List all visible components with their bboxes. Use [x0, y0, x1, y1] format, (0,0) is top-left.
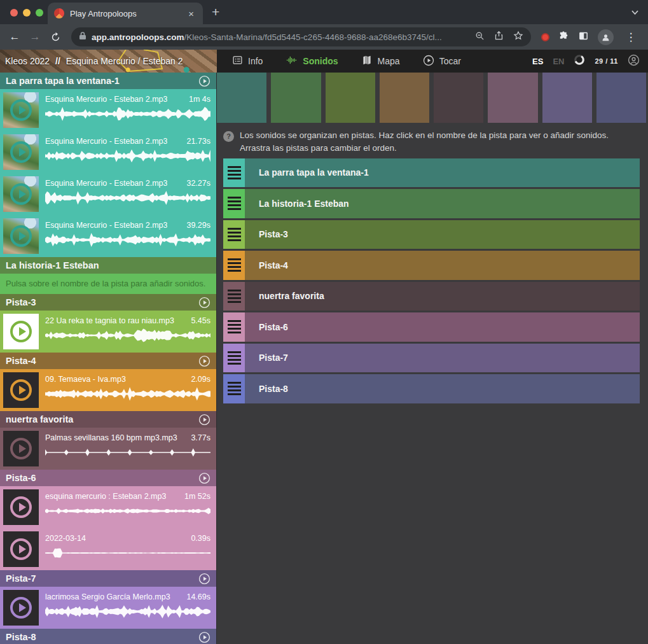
track-row-bar[interactable]: Pista-6 [245, 312, 640, 342]
drag-handle[interactable] [223, 344, 245, 373]
clip-waveform[interactable] [45, 387, 210, 401]
clip-play-icon[interactable] [3, 314, 39, 349]
track-row[interactable]: Pista-8 [223, 374, 640, 403]
track-section-header[interactable]: La historia-1 Esteban [0, 257, 216, 274]
clip-thumbnail[interactable] [3, 92, 39, 128]
lang-en-button[interactable]: EN [553, 57, 564, 66]
track-row[interactable]: Pista-3 [223, 220, 640, 249]
drag-handle[interactable] [223, 189, 245, 218]
zoom-window-button[interactable] [36, 9, 43, 17]
clip-waveform[interactable] [45, 445, 210, 459]
tab-search-chevron-icon[interactable] [631, 6, 639, 18]
clip-thumbnail[interactable] [3, 590, 39, 626]
drag-handle[interactable] [223, 282, 245, 311]
clip-waveform[interactable] [45, 191, 210, 205]
tab-close-icon[interactable]: × [186, 8, 196, 20]
minimize-window-button[interactable] [23, 9, 31, 17]
clip-play-icon[interactable] [3, 531, 39, 567]
audio-clip[interactable]: 22 Ua reka te tagnia to rau niau.mp35.45… [0, 311, 216, 353]
browser-menu-kebab-icon[interactable]: ⋮ [623, 29, 639, 45]
clip-thumbnail[interactable] [3, 218, 39, 254]
nav-tocar[interactable]: Tocar [423, 55, 461, 68]
reload-button[interactable] [47, 29, 64, 45]
track-section-header[interactable]: Pista-8 [0, 629, 216, 644]
track-row-bar[interactable]: Pista-7 [245, 344, 640, 373]
drag-handle[interactable] [223, 251, 245, 280]
audio-clip[interactable]: Palmas sevillanas 160 bpm mp3.mp33.77s [0, 428, 216, 470]
clip-play-icon[interactable] [3, 372, 39, 408]
nav-info[interactable]: Info [232, 55, 263, 67]
url-bar[interactable]: app.antropoloops.com/Kleos-Santa-Marina/… [71, 27, 531, 46]
clip-play-icon[interactable] [3, 134, 39, 170]
drag-handle[interactable] [223, 312, 245, 342]
audio-clip[interactable]: 09. Temaeva - Iva.mp32.09s [0, 369, 216, 411]
profile-avatar[interactable] [598, 29, 614, 45]
track-section-header[interactable]: La parra tapa la ventana-1 [0, 73, 216, 89]
clip-waveform[interactable] [45, 546, 210, 560]
breadcrumb[interactable]: Kleos 2022 // Esquina Mercurio / Esteban… [0, 50, 217, 73]
track-row-bar[interactable]: Pista-4 [245, 251, 640, 280]
audio-clip[interactable]: 2022-03-140.39s [0, 528, 216, 570]
audio-clip[interactable]: Esquina Mercurio - Esteban 2.mp332.27s [0, 173, 216, 215]
audio-clip[interactable]: lacrimosa Sergio García Merlo.mp314.69s [0, 587, 216, 629]
breadcrumb-project[interactable]: Kleos 2022 [5, 56, 50, 66]
nav-mapa[interactable]: Mapa [361, 55, 400, 67]
track-section-header[interactable]: Pista-4 [0, 353, 216, 369]
nav-sonidos[interactable]: Sonidos [286, 55, 338, 67]
track-play-icon[interactable] [198, 75, 210, 87]
bookmark-star-icon[interactable] [513, 31, 523, 43]
close-window-button[interactable] [10, 9, 18, 17]
track-row[interactable]: La parra tapa la ventana-1 [223, 158, 640, 188]
audio-clip[interactable]: Esquina Mercurio - Esteban 2.mp321.73s [0, 131, 216, 173]
track-row[interactable]: nuertra favorita [223, 282, 640, 311]
audio-clip[interactable]: Esquina Mercurio - Esteban 2.mp31m 4s [0, 89, 216, 131]
audio-clip[interactable]: Esquina Mercurio - Esteban 2.mp339.29s [0, 215, 216, 257]
track-row-bar[interactable]: Pista-3 [245, 220, 640, 249]
track-section-header[interactable]: Pista-6 [0, 470, 216, 486]
track-row[interactable]: Pista-4 [223, 251, 640, 280]
share-icon[interactable] [494, 31, 504, 43]
back-button[interactable]: ← [6, 29, 23, 45]
clip-thumbnail[interactable] [3, 531, 39, 567]
track-row[interactable]: Pista-7 [223, 344, 640, 373]
clip-thumbnail[interactable] [3, 372, 39, 408]
clip-play-icon[interactable] [3, 92, 39, 128]
track-play-icon[interactable] [198, 472, 210, 484]
track-row-bar[interactable]: Pista-8 [245, 374, 640, 403]
browser-tab[interactable]: Play Antropoloops × [48, 3, 203, 24]
track-play-icon[interactable] [198, 414, 210, 426]
clip-thumbnail[interactable] [3, 431, 39, 466]
track-section-header[interactable]: nuertra favorita [0, 411, 216, 428]
track-play-icon[interactable] [198, 297, 210, 309]
clip-waveform[interactable] [45, 328, 210, 342]
drag-handle[interactable] [223, 374, 245, 403]
zoom-page-icon[interactable] [475, 31, 485, 43]
track-play-icon[interactable] [198, 631, 210, 643]
track-row[interactable]: Pista-6 [223, 312, 640, 342]
audio-clip[interactable]: esquina mercurio : Esteban 2.mp31m 52s [0, 486, 216, 528]
track-row-bar[interactable]: La historia-1 Esteban [245, 189, 640, 218]
clip-thumbnail[interactable] [3, 176, 39, 212]
recording-indicator-icon[interactable] [541, 33, 549, 41]
clip-play-icon[interactable] [3, 489, 39, 525]
forward-button[interactable]: → [27, 29, 43, 45]
track-section-header[interactable]: Pista-7 [0, 570, 216, 587]
drag-handle[interactable] [223, 158, 245, 188]
drag-handle[interactable] [223, 220, 245, 249]
extensions-puzzle-icon[interactable] [558, 31, 569, 44]
clip-thumbnail[interactable] [3, 489, 39, 525]
window-controls[interactable] [10, 9, 43, 17]
clip-play-icon[interactable] [3, 590, 39, 626]
clip-play-icon[interactable] [3, 431, 39, 466]
clip-waveform[interactable] [45, 107, 210, 121]
account-person-icon[interactable] [628, 54, 640, 69]
new-tab-button[interactable]: + [212, 4, 219, 20]
track-row[interactable]: La historia-1 Esteban [223, 189, 640, 218]
track-play-icon[interactable] [198, 355, 210, 367]
clip-waveform[interactable] [45, 605, 210, 619]
clip-waveform[interactable] [45, 233, 210, 247]
clip-play-icon[interactable] [3, 218, 39, 254]
side-panel-icon[interactable] [578, 31, 589, 44]
track-row-bar[interactable]: La parra tapa la ventana-1 [245, 158, 640, 188]
clip-thumbnail[interactable] [3, 134, 39, 170]
